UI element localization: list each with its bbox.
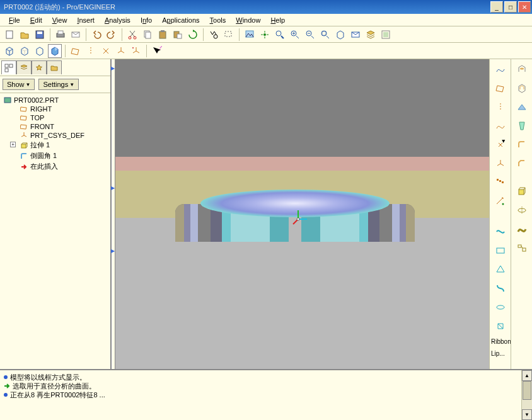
tab-model-tree[interactable]	[1, 60, 16, 74]
settings-button[interactable]: Settings▼	[38, 79, 79, 90]
datum-axes-button[interactable]	[84, 44, 98, 58]
svg-point-17	[263, 33, 266, 36]
svg-rect-25	[383, 32, 388, 37]
menu-applications[interactable]: Applications	[157, 15, 204, 25]
tree-item-right[interactable]: RIGHT	[1, 105, 109, 113]
menu-info[interactable]: Info	[136, 15, 157, 25]
tab-folder[interactable]	[47, 60, 62, 74]
zoom-out-button[interactable]	[303, 28, 317, 42]
close-button[interactable]: ✕	[518, 1, 531, 13]
menu-view[interactable]: View	[47, 15, 72, 25]
draft-button[interactable]	[514, 118, 530, 133]
status-text: 模型将以线框方式显示。	[10, 373, 86, 382]
datum-point-button[interactable]: ▾	[492, 137, 509, 152]
facet-button[interactable]	[492, 262, 509, 277]
regenerate-button[interactable]	[186, 28, 200, 42]
shell-button[interactable]	[514, 81, 530, 96]
sketch-button[interactable]	[492, 194, 509, 209]
chamfer-button[interactable]	[514, 156, 530, 171]
scroll-down-button[interactable]: ▼	[522, 409, 532, 420]
find-button[interactable]	[207, 28, 221, 42]
minimize-button[interactable]: _	[490, 1, 503, 13]
spin-center-button[interactable]	[258, 28, 272, 42]
separator	[86, 28, 86, 41]
expand-icon[interactable]: +	[10, 142, 16, 147]
style-button[interactable]	[492, 224, 509, 239]
show-button[interactable]: Show▼	[3, 79, 35, 90]
svg-rect-42	[497, 248, 504, 253]
menu-help[interactable]: Help	[265, 15, 290, 25]
tree-item-extrude[interactable]: + 拉伸 1	[1, 140, 109, 150]
datum-plane-button[interactable]	[492, 81, 509, 96]
restyle-button[interactable]	[492, 243, 509, 258]
csys-display-button[interactable]	[114, 44, 128, 58]
new-button[interactable]	[3, 28, 16, 42]
status-scrollbar[interactable]: ▲ ▼	[521, 370, 532, 420]
wrap-button[interactable]	[492, 300, 509, 315]
repaint-button[interactable]	[243, 28, 257, 42]
datum-points-button[interactable]	[99, 44, 113, 58]
orient-button[interactable]	[273, 28, 287, 42]
open-button[interactable]	[18, 28, 32, 42]
csys-triad-button[interactable]	[129, 44, 143, 58]
tree-item-insert-here[interactable]: 在此插入	[1, 161, 109, 172]
rib-button[interactable]	[514, 99, 530, 115]
view-manager-button[interactable]	[379, 28, 393, 42]
menu-analysis[interactable]: Analysis	[100, 15, 136, 25]
menu-tools[interactable]: Tools	[205, 15, 231, 25]
revolve-button[interactable]	[514, 203, 530, 218]
redo-button[interactable]	[105, 28, 119, 42]
tree-item-round[interactable]: 倒圆角 1	[1, 150, 109, 161]
print-button[interactable]	[54, 28, 67, 42]
datum-csys-button[interactable]	[492, 156, 509, 171]
tab-favorites[interactable]	[32, 60, 47, 74]
menu-file[interactable]: File	[4, 15, 25, 25]
hole-button[interactable]	[514, 62, 530, 77]
paste-special-button[interactable]	[171, 28, 185, 42]
datum-plane-icon	[20, 114, 28, 122]
no-hidden-display-button[interactable]	[33, 44, 47, 58]
reorient-button[interactable]	[333, 28, 347, 42]
blend-button[interactable]	[514, 241, 530, 256]
analysis-feat-button[interactable]	[492, 175, 509, 190]
sweep-button[interactable]	[514, 222, 530, 237]
wireframe-display-button[interactable]	[3, 44, 16, 58]
tree-root[interactable]: PRT0002.PRT	[1, 96, 109, 105]
zoom-in-button[interactable]	[288, 28, 302, 42]
hidden-line-display-button[interactable]	[18, 44, 32, 58]
datum-axis-button[interactable]	[492, 99, 509, 115]
datum-curve-button[interactable]	[492, 118, 509, 133]
round-button[interactable]	[514, 137, 530, 152]
tab-layers[interactable]	[16, 60, 32, 74]
tree-item-top[interactable]: TOP	[1, 113, 109, 122]
paste-button[interactable]	[156, 28, 170, 42]
extrude-button[interactable]	[514, 184, 530, 199]
scroll-up-button[interactable]: ▲	[522, 370, 532, 381]
refit-button[interactable]	[318, 28, 332, 42]
menu-insert[interactable]: Insert	[72, 15, 100, 25]
model-tree[interactable]: PRT0002.PRT RIGHT TOP FRONT PRT_CSYS_DEF…	[0, 93, 110, 369]
menu-window[interactable]: Window	[231, 15, 265, 25]
saved-views-button[interactable]	[349, 28, 362, 42]
warp-button[interactable]	[492, 281, 509, 296]
ribbon-label[interactable]: Ribbon...	[490, 338, 511, 346]
select-button[interactable]	[222, 28, 236, 42]
email-button[interactable]	[69, 28, 83, 42]
shaded-display-button[interactable]	[48, 44, 62, 58]
undo-button[interactable]	[90, 28, 103, 42]
lip-label[interactable]: Lip...	[490, 349, 511, 358]
save-button[interactable]	[33, 28, 47, 42]
sketch-curve-button[interactable]	[492, 62, 509, 77]
datum-planes-button[interactable]	[69, 44, 83, 58]
maximize-button[interactable]: □	[504, 1, 517, 13]
graphics-area[interactable]	[115, 59, 489, 369]
independent-geom-button[interactable]	[492, 319, 509, 334]
cut-button[interactable]	[125, 28, 139, 42]
whats-this-button[interactable]: ?	[150, 44, 164, 58]
tree-item-csys[interactable]: PRT_CSYS_DEF	[1, 131, 109, 140]
menu-edit[interactable]: Edit	[25, 15, 47, 25]
tree-item-front[interactable]: FRONT	[1, 122, 109, 131]
svg-rect-31	[4, 98, 11, 103]
copy-button[interactable]	[141, 28, 154, 42]
layers-button[interactable]	[364, 28, 378, 42]
